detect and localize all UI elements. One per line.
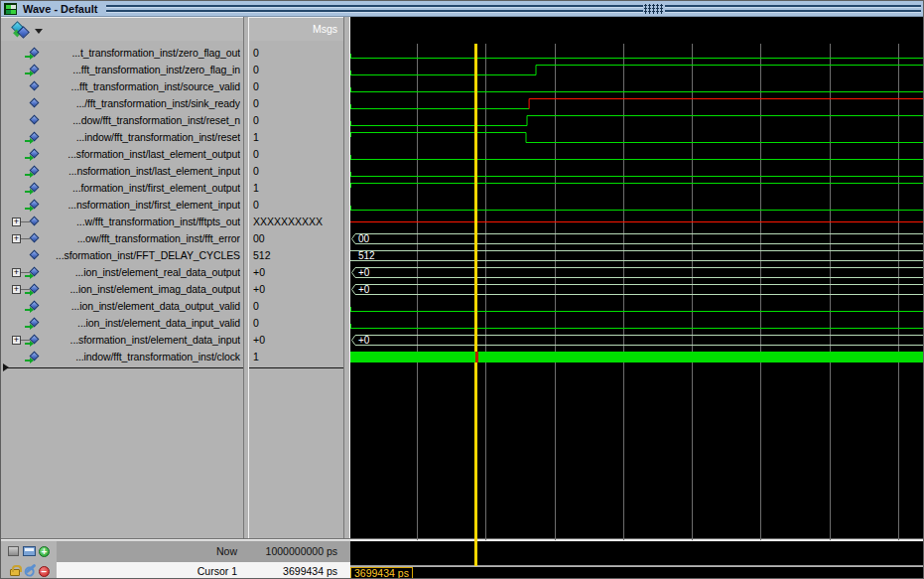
svg-text:+0: +0	[358, 335, 370, 346]
signal-value-row[interactable]: +0	[249, 332, 343, 349]
signal-name-row[interactable]: +...sformation_inst/element_data_input	[3, 332, 243, 349]
svg-text:00: 00	[358, 233, 370, 244]
expand-plus-icon[interactable]: +	[12, 217, 21, 226]
signal-value-row[interactable]: 0	[249, 45, 343, 62]
signal-value-label: XXXXXXXXXX	[253, 216, 323, 227]
signal-name-row[interactable]: ...ion_inst/element_data_output_valid	[3, 298, 243, 315]
expand-plus-icon[interactable]: +	[12, 234, 21, 243]
lock-cursor-icon[interactable]	[10, 569, 20, 576]
signal-wave-row[interactable]	[350, 197, 924, 214]
chevron-down-icon	[35, 29, 43, 34]
signal-wave-row[interactable]	[350, 214, 924, 230]
signal-value-label: 1	[253, 131, 259, 143]
signal-value-row[interactable]: +0	[249, 264, 343, 281]
signal-wave-row[interactable]: +0	[350, 264, 924, 281]
titlebar-grip-dots-icon	[643, 3, 665, 15]
signal-name-row[interactable]: +...ow/fft_transformation_inst/fft_error	[3, 230, 243, 247]
cursor1-label[interactable]: Cursor 1	[57, 562, 243, 579]
signal-wave-row[interactable]: +0	[350, 281, 924, 298]
signal-diamond-icon	[30, 217, 40, 226]
signal-value-row[interactable]: 0	[249, 146, 343, 163]
cursor-time-badge[interactable]: 3699434 ps	[350, 567, 413, 579]
signal-wave-row[interactable]	[350, 315, 924, 332]
signal-name-row[interactable]: ...indow/fft_transformation_inst/clock	[3, 349, 243, 365]
port-direction-arrow-icon	[25, 326, 30, 328]
signal-name-row[interactable]: ...t_transformation_inst/zero_flag_out	[3, 45, 243, 62]
signal-value-row[interactable]: 512	[249, 247, 343, 264]
cursor-pane-icon[interactable]	[23, 546, 36, 556]
time-cursor-line[interactable]	[474, 44, 477, 566]
expand-plus-icon[interactable]: +	[12, 285, 21, 294]
signal-name-label: ...ion_inst/element_real_data_output	[43, 266, 240, 278]
time-ruler[interactable]	[350, 540, 924, 566]
values-wave-splitter[interactable]	[343, 17, 350, 578]
signal-name-row[interactable]: ...fft_transformation_inst/zero_flag_in	[3, 62, 243, 78]
signal-wave-row[interactable]	[350, 95, 924, 112]
signal-wave-row[interactable]	[350, 112, 924, 129]
signal-wave-row[interactable]: 00	[350, 230, 924, 247]
msgs-column-header[interactable]: Msgs	[249, 17, 343, 41]
signal-value-row[interactable]: 1	[249, 129, 343, 146]
signal-name-row[interactable]: ...sformation_inst/FFT_DELAY_CYCLES	[3, 247, 243, 264]
waveform-area[interactable]: 00512+0+0+0	[350, 41, 924, 540]
signal-name-label: .../fft_transformation_inst/sink_ready	[43, 97, 240, 109]
port-direction-arrow-icon	[25, 208, 30, 210]
signal-names-column: ...t_transformation_inst/zero_flag_out..…	[3, 41, 243, 538]
signal-wave-row[interactable]	[350, 129, 924, 146]
signal-name-row[interactable]: +...w/fft_transformation_inst/fftpts_out	[3, 214, 243, 230]
signal-wave-row[interactable]	[350, 163, 924, 180]
signal-name-row[interactable]: ...nsformation_inst/last_element_input	[3, 163, 243, 180]
tree-connector	[21, 340, 30, 341]
expand-plus-icon[interactable]: +	[12, 336, 21, 345]
signal-name-label: ...sformation_inst/last_element_output	[43, 148, 240, 160]
signal-name-row[interactable]: ...indow/fft_transformation_inst/reset	[3, 129, 243, 146]
signal-value-label: 0	[253, 114, 259, 126]
signal-value-row[interactable]: 0	[249, 112, 343, 129]
signal-value-label: 0	[253, 97, 259, 109]
signal-wave-row[interactable]: 512	[350, 247, 924, 264]
signal-value-row[interactable]: 0	[249, 78, 343, 95]
signal-name-row[interactable]: +...ion_inst/element_imag_data_output	[3, 281, 243, 298]
signal-name-row[interactable]: +...ion_inst/element_real_data_output	[3, 264, 243, 281]
signal-name-row[interactable]: ...sformation_inst/last_element_output	[3, 146, 243, 163]
signal-value-row[interactable]: 00	[249, 230, 343, 247]
signal-wave-row[interactable]	[350, 146, 924, 163]
signal-name-row[interactable]: ...formation_inst/first_element_output	[3, 180, 243, 197]
add-cursor-button[interactable]: +	[39, 546, 50, 557]
svg-text:+0: +0	[358, 267, 370, 278]
signal-wave-row[interactable]	[350, 45, 924, 62]
signal-wave-row[interactable]	[350, 298, 924, 315]
signal-value-row[interactable]: +0	[249, 281, 343, 298]
signal-wave-row[interactable]	[350, 78, 924, 95]
signal-value-row[interactable]: 1	[249, 349, 343, 365]
titlebar-drag-handle[interactable]	[106, 5, 921, 13]
signal-value-row[interactable]: 0	[249, 62, 343, 78]
cursor-properties-icon[interactable]	[25, 563, 36, 573]
signal-wave-row[interactable]	[350, 62, 924, 78]
names-values-splitter[interactable]	[243, 17, 249, 578]
signal-value-row[interactable]: 0	[249, 163, 343, 180]
signal-value-row[interactable]: 0	[249, 197, 343, 214]
signal-name-row[interactable]: ...ion_inst/element_data_input_valid	[3, 315, 243, 332]
signal-value-row[interactable]: 1	[249, 180, 343, 197]
delete-cursor-button[interactable]: −	[39, 566, 50, 577]
signal-name-row[interactable]: ...dow/fft_transformation_inst/reset_n	[3, 112, 243, 129]
insertion-point-arrow-icon	[3, 363, 9, 371]
signal-name-row[interactable]: ...nsformation_inst/first_element_input	[3, 197, 243, 214]
signal-wave-row[interactable]	[350, 180, 924, 197]
wave-group-dropdown-button[interactable]	[7, 19, 45, 41]
cursor-tool-icon[interactable]	[8, 546, 19, 556]
signal-value-row[interactable]: 0	[249, 315, 343, 332]
cursor1-row[interactable]: − Cursor 1 3699434 ps	[1, 562, 350, 579]
signal-value-row[interactable]: XXXXXXXXXX	[249, 214, 343, 230]
expand-plus-icon[interactable]: +	[12, 268, 21, 277]
titlebar[interactable]: Wave - Default	[1, 1, 923, 17]
tree-connector	[21, 238, 30, 239]
signal-wave-row[interactable]	[350, 349, 924, 365]
signal-name-row[interactable]: ...fft_transformation_inst/source_valid	[3, 78, 243, 95]
signal-value-row[interactable]: 0	[249, 95, 343, 112]
signal-wave-row[interactable]: +0	[350, 332, 924, 349]
signal-value-row[interactable]: 0	[249, 298, 343, 315]
signal-name-row[interactable]: .../fft_transformation_inst/sink_ready	[3, 95, 243, 112]
signal-value-label: 0	[253, 199, 259, 211]
